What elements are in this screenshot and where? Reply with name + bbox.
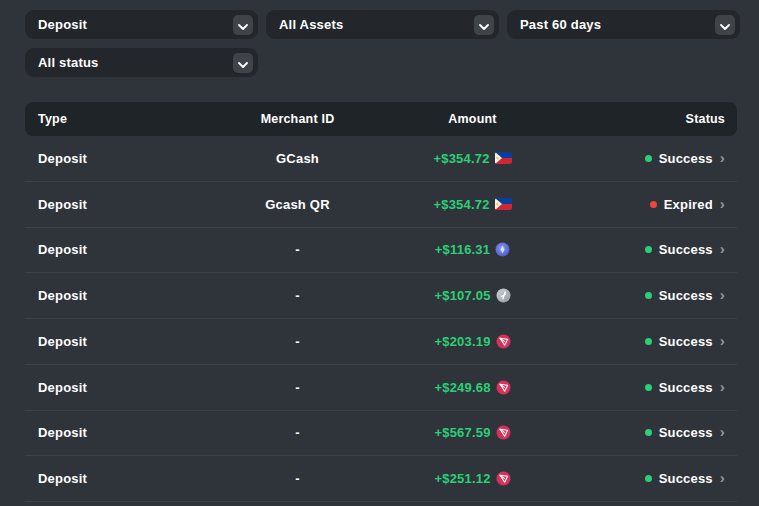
row-type: Deposit [25, 471, 205, 486]
row-amount: +$354.72 [390, 151, 555, 166]
row-merchant-id: - [205, 288, 390, 303]
row-amount: +$249.68 [390, 380, 555, 395]
transactions-table: Type Merchant ID Amount Status Deposit G… [25, 102, 737, 502]
row-status-link[interactable]: Success › [555, 424, 737, 441]
period-value: Past 60 days [520, 17, 601, 32]
chevron-down-icon [720, 16, 730, 34]
tron-coin-icon [496, 380, 511, 395]
tron-coin-icon [496, 334, 511, 349]
row-merchant-id: GCash [205, 151, 390, 166]
row-type: Deposit [25, 288, 205, 303]
status-dot [645, 475, 652, 482]
row-amount-value: +$107.05 [434, 288, 490, 303]
column-header-type: Type [25, 112, 205, 126]
filters-bar: Deposit All Assets Past 60 days All stat… [25, 10, 759, 77]
row-type: Deposit [25, 242, 205, 257]
assets-value: All Assets [279, 17, 343, 32]
row-amount-value: +$354.72 [433, 151, 489, 166]
row-status-link[interactable]: Success › [555, 470, 737, 487]
status-label: Success [659, 151, 713, 166]
row-amount: +$354.72 [390, 197, 555, 212]
row-amount-value: +$249.68 [434, 380, 490, 395]
row-status-link[interactable]: Success › [555, 333, 737, 350]
row-merchant-id: - [205, 242, 390, 257]
chevron-down-icon [238, 54, 248, 72]
row-merchant-id: - [205, 334, 390, 349]
chevron-right-icon: › [720, 196, 725, 213]
column-header-status: Status [555, 112, 737, 126]
chevron-right-icon: › [720, 333, 725, 350]
period-select[interactable]: Past 60 days [507, 10, 740, 39]
table-row[interactable]: Deposit - +$249.68 Success › [25, 365, 737, 411]
status-dot [645, 292, 652, 299]
row-status-link[interactable]: Success › [555, 241, 737, 258]
status-dot [645, 155, 652, 162]
row-status-link[interactable]: Success › [555, 379, 737, 396]
grey-coin-icon [496, 288, 511, 303]
assets-select[interactable]: All Assets [266, 10, 499, 39]
transaction-type-select[interactable]: Deposit [25, 10, 258, 39]
chevron-right-icon: › [720, 241, 725, 258]
row-amount-value: +$203.19 [434, 334, 490, 349]
status-label: Success [659, 288, 713, 303]
row-amount-value: +$116.31 [435, 242, 490, 257]
table-header: Type Merchant ID Amount Status [25, 102, 737, 136]
row-type: Deposit [25, 151, 205, 166]
row-status-link[interactable]: Expired › [555, 196, 737, 213]
filter-chevron-button[interactable] [233, 15, 253, 35]
table-row[interactable]: Deposit - +$203.19 Success › [25, 319, 737, 365]
status-value: All status [38, 55, 99, 70]
column-header-amount: Amount [390, 112, 555, 126]
row-type: Deposit [25, 425, 205, 440]
tron-coin-icon [496, 471, 511, 486]
table-row[interactable]: Deposit - +$107.05 Success › [25, 273, 737, 319]
transaction-type-value: Deposit [38, 17, 87, 32]
status-dot [645, 429, 652, 436]
chevron-down-icon [238, 16, 248, 34]
row-amount: +$107.05 [390, 288, 555, 303]
table-row[interactable]: Deposit - +$567.59 Success › [25, 411, 737, 457]
status-label: Success [659, 380, 713, 395]
row-amount: +$116.31 [390, 242, 555, 257]
row-amount: +$251.12 [390, 471, 555, 486]
column-header-merchant: Merchant ID [205, 112, 390, 126]
tron-coin-icon [496, 425, 511, 440]
table-row[interactable]: Deposit Gcash QR +$354.72 Expired › [25, 182, 737, 228]
row-amount-value: +$567.59 [434, 425, 490, 440]
table-row[interactable]: Deposit GCash +$354.72 Success › [25, 136, 737, 182]
filter-chevron-button[interactable] [474, 15, 494, 35]
filter-chevron-button[interactable] [715, 15, 735, 35]
table-body: Deposit GCash +$354.72 Success › Deposit [25, 136, 737, 502]
status-label: Success [659, 425, 713, 440]
status-label: Success [659, 242, 713, 257]
row-merchant-id: - [205, 471, 390, 486]
status-dot [650, 201, 657, 208]
status-label: Success [659, 334, 713, 349]
table-row[interactable]: Deposit - +$251.12 Success › [25, 456, 737, 502]
row-amount-value: +$354.72 [433, 197, 489, 212]
table-row[interactable]: Deposit - +$116.31 Success › [25, 228, 737, 274]
chevron-right-icon: › [720, 424, 725, 441]
chevron-right-icon: › [720, 470, 725, 487]
row-merchant-id: - [205, 425, 390, 440]
chevron-right-icon: › [720, 287, 725, 304]
row-amount: +$567.59 [390, 425, 555, 440]
row-type: Deposit [25, 197, 205, 212]
row-amount-value: +$251.12 [434, 471, 490, 486]
blue-coin-icon [495, 242, 510, 257]
row-status-link[interactable]: Success › [555, 287, 737, 304]
status-label: Success [659, 471, 713, 486]
row-type: Deposit [25, 334, 205, 349]
status-label: Expired [664, 197, 713, 212]
status-select[interactable]: All status [25, 48, 258, 77]
filter-chevron-button[interactable] [233, 53, 253, 73]
philippines-flag-icon [495, 198, 512, 210]
row-merchant-id: - [205, 380, 390, 395]
status-dot [645, 384, 652, 391]
chevron-down-icon [479, 16, 489, 34]
transactions-page: Deposit All Assets Past 60 days All stat… [0, 0, 759, 502]
chevron-right-icon: › [720, 379, 725, 396]
row-merchant-id: Gcash QR [205, 197, 390, 212]
row-status-link[interactable]: Success › [555, 150, 737, 167]
row-type: Deposit [25, 380, 205, 395]
